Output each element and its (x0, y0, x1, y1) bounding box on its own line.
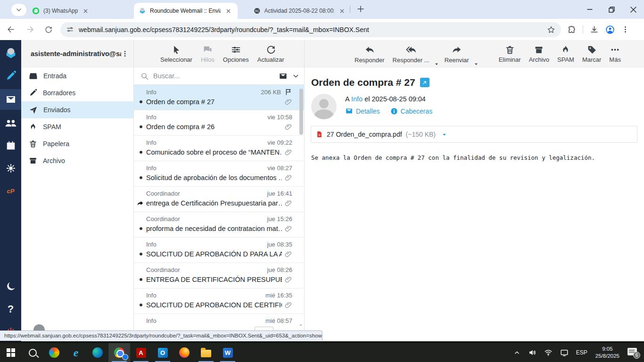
chrome-icon[interactable] (108, 343, 130, 362)
list-scrollbar[interactable] (299, 85, 304, 339)
list-toolbar: Seleccionar Hilos Opciones Actualizar (134, 40, 304, 67)
display-cast-icon[interactable] (558, 343, 571, 362)
archive-button[interactable]: Archivo (529, 45, 549, 63)
folder-enviados[interactable]: Enviados (21, 101, 133, 118)
search-scope-mail-icon[interactable] (279, 72, 288, 81)
scrollbar-thumb[interactable] (299, 89, 303, 135)
folder-papelera[interactable]: Papelera (21, 135, 133, 152)
reload-button[interactable] (41, 22, 57, 38)
tab-close-icon[interactable] (83, 8, 89, 14)
spam-button[interactable]: SPAM (557, 45, 574, 63)
tray-chevron-icon[interactable] (511, 343, 523, 362)
bookmark-star-icon[interactable] (547, 25, 555, 34)
wifi-icon[interactable] (542, 343, 555, 362)
search-input[interactable]: Buscar... (153, 72, 274, 80)
calendar-icon[interactable] (0, 136, 21, 155)
more-button[interactable]: Más (609, 45, 621, 63)
message-row[interactable]: Coordinadorjue 16:41 entrega de Certific… (134, 187, 305, 212)
threads-button[interactable]: Hilos (201, 45, 215, 63)
copilot-icon[interactable] (43, 343, 65, 362)
flag-icon[interactable] (285, 88, 292, 96)
tab-close-icon[interactable] (225, 8, 231, 14)
browser-menu-icon[interactable] (621, 25, 629, 33)
edge-icon[interactable] (87, 343, 108, 362)
forward-caret-icon[interactable] (473, 61, 479, 67)
folder-entrada[interactable]: Entrada (21, 67, 133, 84)
tab-actividad[interactable]: Actividad 2025-08-22 08:00:00 (249, 3, 349, 19)
folder-archivo[interactable]: Archivo (21, 152, 133, 169)
settings-gear-icon[interactable] (0, 159, 21, 178)
roundcube-logo[interactable] (0, 44, 21, 63)
internet-explorer-icon[interactable]: e (65, 343, 87, 362)
trash-icon (29, 140, 37, 148)
extensions-icon[interactable] (568, 25, 576, 34)
tab-roundcube[interactable]: Roundcube Webmail :: Enviados (134, 3, 238, 19)
tab-close-icon[interactable] (339, 8, 345, 14)
delete-button[interactable]: Eliminar (499, 45, 521, 63)
address-bar[interactable]: webmail.sanjuan.gob.ec/cpsess7831249225/… (60, 22, 561, 37)
message-row[interactable]: Coordinadorjue 08:26 ENTREGA DE CERTIFIC… (134, 263, 305, 288)
notification-center-icon[interactable]: 6 (625, 343, 641, 362)
start-button[interactable] (0, 343, 22, 362)
attachment-menu-caret-icon[interactable] (441, 132, 447, 138)
outlook-icon[interactable]: O (152, 343, 173, 362)
attachment-name[interactable]: 27 Orden_de_compra.pdf (327, 131, 402, 138)
word-icon[interactable]: W (217, 343, 239, 362)
recipient-link[interactable]: Info (351, 95, 363, 103)
tab-whatsapp[interactable]: (3) WhatsApp (27, 3, 125, 19)
account-menu-icon[interactable] (121, 50, 129, 58)
attachment-size: (~150 KB) (406, 131, 436, 138)
acrobat-icon[interactable]: A (130, 343, 152, 362)
search-options-chevron-icon[interactable] (292, 73, 299, 80)
message-row[interactable]: Coordinadorjue 15:26 proforma de necesid… (134, 212, 305, 238)
details-link[interactable]: Detalles (345, 107, 380, 115)
reply-all-caret-icon[interactable] (434, 61, 439, 67)
taskbar-search-icon[interactable] (22, 343, 43, 362)
firefox-icon[interactable] (173, 343, 195, 362)
mail-icon[interactable] (0, 89, 21, 110)
message-row[interactable]: Infovie 08:27 Solicitud de aprobación de… (134, 161, 305, 187)
folder-spam[interactable]: SPAM (21, 118, 133, 135)
open-in-new-window-icon[interactable] (420, 78, 429, 87)
tab-search-button[interactable] (11, 4, 26, 16)
select-button[interactable]: Seleccionar (160, 45, 192, 63)
cpanel-icon[interactable]: cP (0, 181, 21, 200)
dark-mode-moon-icon[interactable] (0, 277, 21, 296)
message-row[interactable]: Infomié 16:35 SOLICITUD DE APROBACION DE… (134, 288, 305, 314)
language-indicator[interactable]: ESP (574, 343, 590, 362)
volume-icon[interactable] (526, 343, 539, 362)
account-header: asistente-administrativo@sa... (21, 40, 133, 67)
profile-icon[interactable] (605, 25, 615, 34)
reply-button[interactable]: Responder (355, 45, 385, 64)
downloads-icon[interactable] (590, 25, 599, 34)
restore-button[interactable] (601, 0, 622, 19)
refresh-button[interactable]: Actualizar (257, 45, 284, 63)
message-row[interactable]: Infovie 09:22 Comunicado sobre el proces… (134, 136, 305, 161)
headers-link[interactable]: Cabeceras (390, 107, 433, 115)
search-bar[interactable]: Buscar... (134, 67, 304, 85)
mark-button[interactable]: Marcar (582, 45, 601, 63)
message-row[interactable]: Infovie 10:58 Orden de compra # 26 (134, 110, 305, 136)
compose-icon[interactable] (0, 66, 21, 85)
site-settings-icon[interactable] (66, 25, 74, 33)
forward-button[interactable] (22, 22, 38, 38)
unread-dot (140, 100, 146, 103)
folder-borradores[interactable]: Borradores (21, 84, 133, 101)
close-window-button[interactable] (622, 0, 644, 19)
back-button[interactable] (3, 22, 19, 38)
reply-all-button[interactable]: Responder ... (393, 45, 429, 64)
sliders-icon (231, 45, 241, 55)
help-icon[interactable]: ? (0, 300, 21, 319)
new-tab-button[interactable] (356, 5, 365, 13)
clock[interactable]: 9:05 25/8/2025 (593, 343, 622, 362)
options-button[interactable]: Opciones (223, 45, 249, 63)
minimize-button[interactable] (579, 0, 601, 19)
scrollbar-down-arrow[interactable] (298, 322, 304, 328)
contacts-icon[interactable] (0, 114, 21, 132)
url-text[interactable]: webmail.sanjuan.gob.ec/cpsess7831249225/… (79, 26, 547, 33)
message-row[interactable]: Infojue 08:35 SOLICITUD DE APROBACIÓN D … (134, 238, 305, 263)
forward-button[interactable]: Reenviar (445, 45, 469, 64)
message-row[interactable]: Info 206 KB Orden de compra # 27 (134, 85, 305, 110)
file-explorer-icon[interactable] (195, 343, 217, 362)
attachment-row[interactable]: 27 Orden_de_compra.pdf (~150 KB) (311, 126, 637, 143)
